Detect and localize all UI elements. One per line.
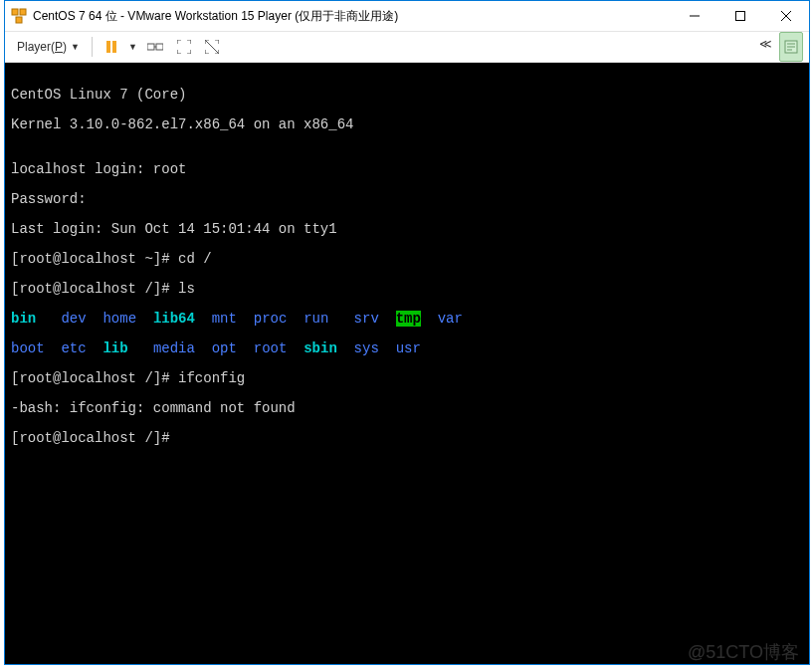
ls-output-row: boot etc lib media opt root sbin sys usr	[11, 341, 803, 356]
terminal-prompt-active: [root@localhost /]#	[11, 431, 803, 446]
svg-rect-7	[106, 41, 110, 53]
toolbar-separator	[92, 37, 93, 57]
note-icon	[784, 40, 798, 54]
vmware-icon	[11, 8, 27, 24]
chevron-down-icon: ▼	[128, 42, 137, 52]
ls-entry: bin	[11, 311, 36, 327]
send-ctrl-alt-del-button[interactable]	[141, 35, 169, 59]
minimize-button[interactable]	[672, 1, 717, 31]
window-title: CentOS 7 64 位 - VMware Workstation 15 Pl…	[33, 8, 672, 25]
ls-entry: var	[421, 311, 463, 327]
toolbar: Player(P) ▼ ▼ ≪	[5, 31, 809, 63]
ls-entry: usr	[396, 340, 421, 356]
notes-button[interactable]	[779, 32, 803, 62]
terminal-line: Kernel 3.10.0-862.el7.x86_64 on an x86_6…	[11, 117, 803, 132]
vmware-player-window: CentOS 7 64 位 - VMware Workstation 15 Pl…	[4, 0, 810, 665]
ls-entry: home	[102, 311, 136, 327]
terminal-login-prompt: localhost login: root	[11, 162, 803, 177]
ls-entry: sys	[354, 340, 379, 356]
ls-entry: dev	[61, 311, 86, 327]
pause-button[interactable]	[99, 35, 124, 59]
close-button[interactable]	[763, 1, 809, 31]
terminal-console[interactable]: CentOS Linux 7 (Core) Kernel 3.10.0-862.…	[5, 63, 809, 664]
terminal-prompt: [root@localhost ~]# cd /	[11, 252, 803, 267]
ls-entry: run	[304, 311, 328, 327]
unity-button[interactable]	[199, 35, 225, 59]
svg-line-12	[205, 40, 219, 54]
collapse-button[interactable]: ≪	[753, 32, 775, 56]
svg-rect-8	[112, 41, 116, 53]
ls-entry: boot	[11, 340, 45, 356]
player-menu-label: Player(P)	[17, 40, 67, 54]
terminal-last-login: Last login: Sun Oct 14 15:01:44 on tty1	[11, 222, 803, 237]
maximize-button[interactable]	[717, 1, 763, 31]
terminal-prompt: [root@localhost /]# ifconfig	[11, 371, 803, 386]
ls-entry: mnt	[212, 311, 237, 327]
player-menu-button[interactable]: Player(P) ▼	[11, 35, 86, 59]
svg-rect-10	[156, 44, 163, 50]
svg-rect-9	[147, 44, 154, 50]
dropdown-icon: ▼	[71, 42, 80, 52]
double-chevron-left-icon: ≪	[759, 37, 769, 51]
ls-entry: etc	[61, 340, 86, 356]
ls-entry: media	[153, 340, 195, 356]
ls-entry: lib64	[153, 311, 195, 327]
ls-entry: lib	[102, 340, 127, 356]
window-controls	[672, 1, 809, 31]
terminal-password-prompt: Password:	[11, 192, 803, 207]
ls-entry: proc	[254, 311, 288, 327]
ls-entry: tmp	[396, 311, 421, 327]
ls-entry: sbin	[304, 340, 337, 356]
watermark: @51CTO博客	[688, 645, 799, 660]
svg-rect-0	[12, 9, 18, 15]
ls-entry: srv	[354, 311, 379, 327]
svg-rect-1	[20, 9, 26, 15]
svg-rect-4	[736, 12, 745, 21]
terminal-error: -bash: ifconfig: command not found	[11, 401, 803, 416]
ls-entry: root	[254, 340, 288, 356]
ls-entry: opt	[212, 340, 237, 356]
terminal-line: CentOS Linux 7 (Core)	[11, 88, 803, 103]
ls-output-row: bin dev home lib64 mnt proc run srv tmp …	[11, 312, 803, 327]
pause-dropdown-button[interactable]: ▼	[126, 35, 139, 59]
fullscreen-button[interactable]	[171, 35, 197, 59]
titlebar[interactable]: CentOS 7 64 位 - VMware Workstation 15 Pl…	[5, 1, 809, 31]
svg-rect-2	[16, 17, 22, 23]
terminal-prompt: [root@localhost /]# ls	[11, 282, 803, 297]
